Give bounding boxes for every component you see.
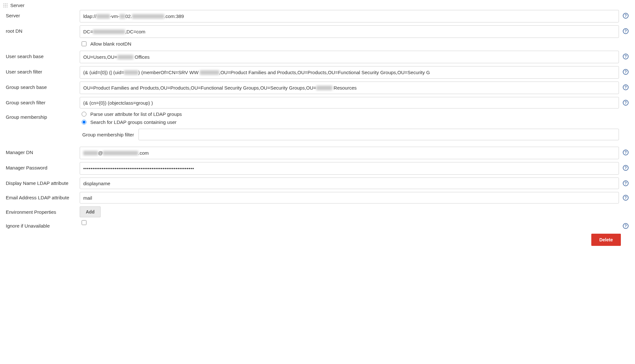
help-icon[interactable]: ? <box>623 150 629 155</box>
svg-text:?: ? <box>624 224 627 228</box>
label-user-search-filter: User search filter <box>6 66 77 74</box>
email-attr-input[interactable] <box>80 192 619 204</box>
label-manager-dn: Manager DN <box>6 147 77 155</box>
drag-handle-icon[interactable] <box>3 3 8 8</box>
help-icon[interactable]: ? <box>623 69 629 75</box>
svg-point-2 <box>7 3 8 4</box>
svg-point-8 <box>7 6 8 7</box>
label-group-search-base: Group search base <box>6 82 77 90</box>
allow-blank-rootdn-checkbox[interactable] <box>82 41 86 46</box>
label-server: Server <box>6 10 77 18</box>
svg-text:?: ? <box>624 13 627 18</box>
radio-parse-label: Parse user attribute for list of LDAP gr… <box>90 111 182 117</box>
label-root-dn: root DN <box>6 25 77 34</box>
label-manager-password: Manager Password <box>6 162 77 170</box>
help-icon[interactable]: ? <box>623 84 629 90</box>
manager-dn-input[interactable]: @.com <box>80 147 619 159</box>
label-group-membership-filter: Group membership filter <box>82 132 134 137</box>
user-search-filter-input[interactable]: (& (uid={0}) (| (uid=) (memberOf=CN=SRV … <box>80 66 619 79</box>
svg-point-1 <box>5 3 6 4</box>
help-icon[interactable]: ? <box>623 180 629 186</box>
svg-point-0 <box>4 3 4 4</box>
label-user-search-base: User search base <box>6 51 77 59</box>
label-group-search-filter: Group search filter <box>6 97 77 105</box>
help-icon[interactable]: ? <box>623 13 629 19</box>
radio-parse-user-attr[interactable] <box>82 112 86 117</box>
svg-text:?: ? <box>624 85 627 90</box>
group-search-filter-input[interactable] <box>80 97 619 108</box>
svg-text:?: ? <box>624 195 627 200</box>
help-icon[interactable]: ? <box>623 165 629 171</box>
label-display-name-attr: Display Name LDAP attribute <box>6 178 77 186</box>
radio-search-groups[interactable] <box>82 120 86 125</box>
svg-text:?: ? <box>624 54 627 59</box>
help-icon[interactable]: ? <box>623 100 629 106</box>
delete-button[interactable]: Delete <box>591 234 621 246</box>
group-search-base-input[interactable]: OU=Product Families and Products,OU=Prod… <box>80 82 619 94</box>
svg-point-5 <box>7 5 8 6</box>
svg-point-7 <box>5 6 6 7</box>
svg-text:?: ? <box>624 181 627 186</box>
help-icon[interactable]: ? <box>623 28 629 34</box>
label-group-membership: Group membership <box>6 111 77 120</box>
root-dn-input[interactable]: DC=,DC=com <box>80 25 619 38</box>
ignore-if-unavailable-checkbox[interactable] <box>82 220 86 225</box>
server-input[interactable]: ldap://-vm-02..com:389 <box>80 10 619 22</box>
user-search-base-input[interactable]: OU=Users,OU= Offices <box>80 51 619 63</box>
svg-text:?: ? <box>624 29 627 33</box>
radio-search-label: Search for LDAP groups containing user <box>90 119 176 125</box>
label-email-attr: Email Address LDAP attribute <box>6 192 77 200</box>
svg-point-3 <box>4 5 4 6</box>
allow-blank-rootdn-label: Allow blank rootDN <box>90 41 131 47</box>
label-env-props: Environment Properties <box>6 206 77 215</box>
display-name-attr-input[interactable] <box>80 178 619 189</box>
svg-text:?: ? <box>624 100 627 105</box>
svg-text:?: ? <box>624 70 627 74</box>
section-title: Server <box>10 3 24 8</box>
manager-password-input[interactable]: ••••••••••••••••••••••••••••••••••••••••… <box>80 162 619 175</box>
group-membership-filter-input[interactable] <box>139 129 619 140</box>
help-icon[interactable]: ? <box>623 223 629 229</box>
add-button[interactable]: Add <box>80 206 101 217</box>
svg-text:?: ? <box>624 150 627 155</box>
svg-point-4 <box>5 5 6 6</box>
help-icon[interactable]: ? <box>623 54 629 59</box>
label-ignore-if-unavailable: Ignore if Unavailable <box>6 220 77 229</box>
svg-point-6 <box>4 6 4 7</box>
help-icon[interactable]: ? <box>623 195 629 201</box>
svg-text:?: ? <box>624 166 627 170</box>
